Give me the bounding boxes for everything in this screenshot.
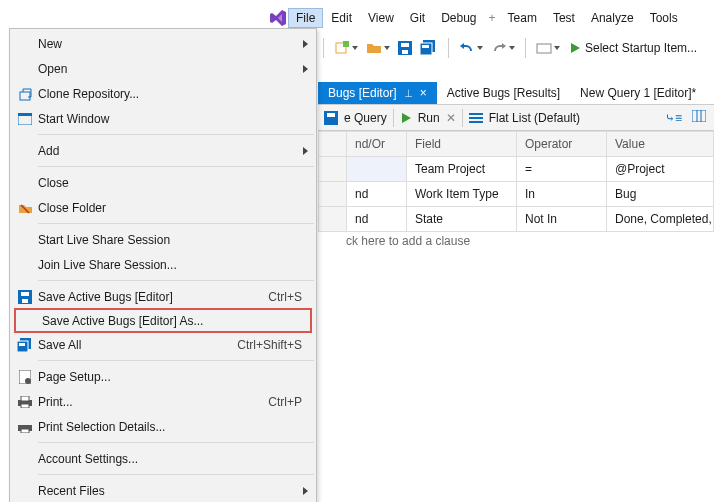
- svg-rect-14: [692, 110, 706, 122]
- file-close[interactable]: Close: [10, 170, 316, 195]
- play-icon: [569, 42, 581, 54]
- menu-file[interactable]: File: [288, 8, 323, 28]
- file-save-all[interactable]: Save AllCtrl+Shift+S: [10, 332, 316, 357]
- menu-view[interactable]: View: [360, 8, 402, 28]
- print-selection-icon: [12, 421, 38, 433]
- doc-tabs: Bugs [Editor] ⟂ × Active Bugs [Results] …: [318, 80, 706, 104]
- file-close-folder[interactable]: Close Folder: [10, 195, 316, 220]
- menu-analyze[interactable]: Analyze: [583, 8, 642, 28]
- redo-icon[interactable]: [488, 39, 518, 57]
- file-menu: New Open Clone Repository... Start Windo…: [9, 28, 317, 502]
- chevron-right-icon: [303, 147, 308, 155]
- stop-icon[interactable]: ✕: [446, 111, 456, 125]
- vs-logo-icon: [268, 8, 288, 28]
- svg-rect-31: [21, 404, 29, 408]
- print-icon: [12, 396, 38, 408]
- svg-rect-17: [20, 92, 30, 100]
- chevron-right-icon: [303, 65, 308, 73]
- file-start-window[interactable]: Start Window: [10, 106, 316, 131]
- file-print-selection[interactable]: Print Selection Details...: [10, 414, 316, 439]
- svg-rect-11: [469, 113, 483, 115]
- col-field[interactable]: Field: [407, 132, 517, 157]
- save-icon: [12, 290, 38, 304]
- file-open[interactable]: Open: [10, 56, 316, 81]
- menu-tools[interactable]: Tools: [642, 8, 686, 28]
- tree-icon[interactable]: ⤷≡: [665, 111, 686, 125]
- startup-selector[interactable]: Select Startup Item...: [565, 39, 701, 57]
- menu-git[interactable]: Git: [402, 8, 433, 28]
- save-all-icon: [12, 338, 38, 352]
- save-all-icon[interactable]: [417, 38, 441, 58]
- page-setup-icon: [12, 370, 38, 384]
- svg-rect-1: [343, 41, 349, 47]
- svg-rect-33: [21, 429, 29, 433]
- startup-label: Select Startup Item...: [585, 41, 697, 55]
- tab-new-query[interactable]: New Query 1 [Editor]*: [570, 82, 706, 104]
- chevron-right-icon: [303, 487, 308, 495]
- grid-header: nd/Or Field Operator Value: [319, 132, 714, 157]
- open-icon[interactable]: [363, 38, 393, 58]
- file-join-live-share[interactable]: Join Live Share Session...: [10, 252, 316, 277]
- grid-row[interactable]: Team Project=@Project: [319, 157, 714, 182]
- svg-rect-13: [469, 121, 483, 123]
- run-button[interactable]: Run: [418, 111, 440, 125]
- flatlist-icon: [469, 112, 483, 124]
- menu-team[interactable]: Team: [500, 8, 545, 28]
- file-print[interactable]: Print...Ctrl+P: [10, 389, 316, 414]
- file-recent-files[interactable]: Recent Files: [10, 478, 316, 502]
- svg-point-28: [25, 378, 31, 384]
- svg-rect-4: [402, 50, 408, 54]
- grid-row[interactable]: nd Work Item TypeInBug: [319, 182, 714, 207]
- save-query-icon[interactable]: [324, 111, 338, 125]
- svg-rect-7: [422, 45, 429, 48]
- svg-rect-26: [19, 343, 25, 346]
- file-page-setup[interactable]: Page Setup...: [10, 364, 316, 389]
- close-icon[interactable]: ×: [420, 86, 427, 100]
- new-project-icon[interactable]: [331, 38, 361, 58]
- save-icon[interactable]: [395, 39, 415, 57]
- file-save[interactable]: Save Active Bugs [Editor]Ctrl+S: [10, 284, 316, 309]
- save-query-label: e Query: [344, 111, 387, 125]
- query-grid: nd/Or Field Operator Value Team Project=…: [318, 131, 714, 232]
- main-toolbar: Select Startup Item...: [318, 34, 701, 62]
- svg-rect-23: [22, 299, 28, 303]
- grid-row[interactable]: nd StateNot InDone, Completed,: [319, 207, 714, 232]
- chevron-right-icon: [303, 40, 308, 48]
- file-account-settings[interactable]: Account Settings...: [10, 446, 316, 471]
- svg-rect-25: [17, 341, 28, 352]
- run-play-icon: [400, 112, 412, 124]
- menubar: File Edit View Git Debug + Team Test Ana…: [268, 6, 686, 30]
- svg-rect-10: [327, 113, 335, 117]
- clone-icon: [12, 87, 38, 101]
- col-andor[interactable]: nd/Or: [347, 132, 407, 157]
- undo-icon[interactable]: [456, 39, 486, 57]
- add-clause-hint[interactable]: ck here to add a clause: [346, 234, 470, 248]
- col-operator[interactable]: Operator: [517, 132, 607, 157]
- svg-rect-8: [537, 44, 551, 53]
- file-clone[interactable]: Clone Repository...: [10, 81, 316, 106]
- file-save-as[interactable]: Save Active Bugs [Editor] As...: [14, 308, 312, 333]
- svg-rect-30: [21, 396, 29, 401]
- file-add[interactable]: Add: [10, 138, 316, 163]
- window-icon: [12, 113, 38, 125]
- svg-rect-19: [18, 113, 32, 116]
- file-start-live-share[interactable]: Start Live Share Session: [10, 227, 316, 252]
- menu-debug[interactable]: Debug: [433, 8, 484, 28]
- menu-test[interactable]: Test: [545, 8, 583, 28]
- menu-edit[interactable]: Edit: [323, 8, 360, 28]
- flat-list-select[interactable]: Flat List (Default): [489, 111, 580, 125]
- tab-active-bugs-editor[interactable]: Bugs [Editor] ⟂ ×: [318, 82, 437, 104]
- columns-icon[interactable]: [692, 110, 714, 125]
- pin-icon[interactable]: ⟂: [405, 86, 412, 100]
- tab-active-bugs-results[interactable]: Active Bugs [Results]: [437, 82, 570, 104]
- svg-rect-22: [21, 292, 29, 296]
- svg-rect-12: [469, 117, 483, 119]
- tab-label: Bugs [Editor]: [328, 86, 397, 100]
- svg-rect-6: [420, 43, 432, 55]
- svg-rect-3: [401, 43, 409, 47]
- file-new[interactable]: New: [10, 31, 316, 56]
- row-handle-header: [319, 132, 347, 157]
- config-icon[interactable]: [533, 39, 563, 57]
- plus-icon: +: [485, 11, 500, 25]
- col-value[interactable]: Value: [607, 132, 714, 157]
